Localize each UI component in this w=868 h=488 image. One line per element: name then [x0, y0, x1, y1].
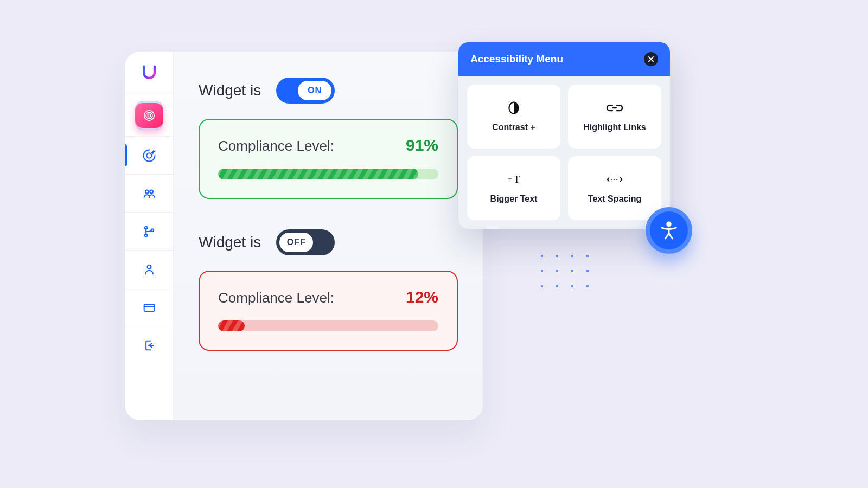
compliance-value: 12% [406, 288, 438, 306]
svg-text:T: T [508, 177, 512, 183]
sidebar-item-target[interactable] [125, 136, 173, 174]
svg-point-13 [667, 222, 671, 226]
widget-label: Widget is [199, 82, 261, 99]
compliance-bar [218, 320, 438, 331]
popup-close-button[interactable] [644, 52, 658, 66]
main-content: Widget is ON Compliance Level: 91% Widge… [174, 52, 483, 420]
dashboard-panel: Widget is ON Compliance Level: 91% Widge… [125, 52, 483, 420]
tile-highlight-links[interactable]: Highlight Links [568, 85, 661, 149]
svg-point-9 [147, 265, 151, 268]
tile-text-spacing[interactable]: Text Spacing [568, 156, 661, 220]
app-tile-icon [135, 101, 163, 130]
link-icon [603, 101, 626, 115]
svg-point-5 [150, 190, 153, 193]
users-icon [142, 186, 157, 201]
contrast-icon [502, 101, 525, 115]
toggle-knob: OFF [279, 233, 313, 252]
sidebar-item-profile[interactable] [125, 250, 173, 288]
close-icon [648, 56, 654, 62]
compliance-title: Compliance Level: [218, 138, 334, 155]
text-spacing-icon [603, 172, 626, 187]
sidebar-logo[interactable] [125, 52, 173, 94]
widget-label: Widget is [199, 234, 261, 251]
userway-logo-icon [140, 63, 158, 82]
compliance-card-bad: Compliance Level: 12% [199, 271, 458, 351]
popup-grid: Contrast + Highlight Links T T Bigger Te… [458, 76, 670, 229]
target-icon [142, 148, 157, 163]
sidebar [125, 52, 174, 420]
widget-row-on: Widget is ON [199, 78, 458, 104]
sidebar-item-branches[interactable] [125, 212, 173, 250]
branch-icon [142, 224, 157, 239]
svg-text:T: T [514, 174, 520, 185]
accessibility-fab[interactable] [646, 207, 692, 254]
svg-point-1 [146, 112, 152, 119]
compliance-card-good: Compliance Level: 91% [199, 119, 458, 199]
sidebar-item-billing[interactable] [125, 288, 173, 326]
widget-toggle-off[interactable]: OFF [276, 229, 335, 255]
compliance-bar [218, 169, 438, 179]
sidebar-app-tile[interactable] [125, 94, 173, 136]
compliance-bar-fill [218, 169, 418, 179]
popup-title: Accessibility Menu [470, 53, 563, 65]
svg-rect-10 [144, 304, 154, 311]
decorative-dot-grid [534, 248, 594, 300]
popup-header: Accessibility Menu [458, 42, 670, 76]
tile-label: Text Spacing [588, 194, 641, 204]
tile-label: Bigger Text [490, 194, 538, 204]
tile-contrast[interactable]: Contrast + [467, 85, 560, 149]
widget-toggle-on[interactable]: ON [276, 78, 335, 104]
svg-point-0 [148, 114, 150, 117]
sidebar-item-logout[interactable] [125, 326, 173, 364]
tile-bigger-text[interactable]: T T Bigger Text [467, 156, 560, 220]
compliance-title: Compliance Level: [218, 290, 334, 306]
bigger-text-icon: T T [502, 172, 525, 187]
card-icon [142, 300, 157, 315]
tile-label: Highlight Links [583, 123, 646, 132]
toggle-knob: ON [298, 81, 331, 100]
compliance-value: 91% [406, 136, 438, 155]
compliance-bar-fill [218, 320, 245, 331]
widget-row-off: Widget is OFF [199, 229, 458, 255]
svg-point-3 [146, 153, 151, 158]
svg-point-4 [145, 190, 149, 193]
sidebar-item-users[interactable] [125, 174, 173, 212]
accessibility-menu-popup: Accessibility Menu Contrast + Highl [458, 42, 670, 229]
logout-icon [142, 338, 157, 353]
tile-label: Contrast + [492, 123, 535, 132]
accessibility-person-icon [658, 220, 680, 241]
user-icon [142, 262, 157, 277]
